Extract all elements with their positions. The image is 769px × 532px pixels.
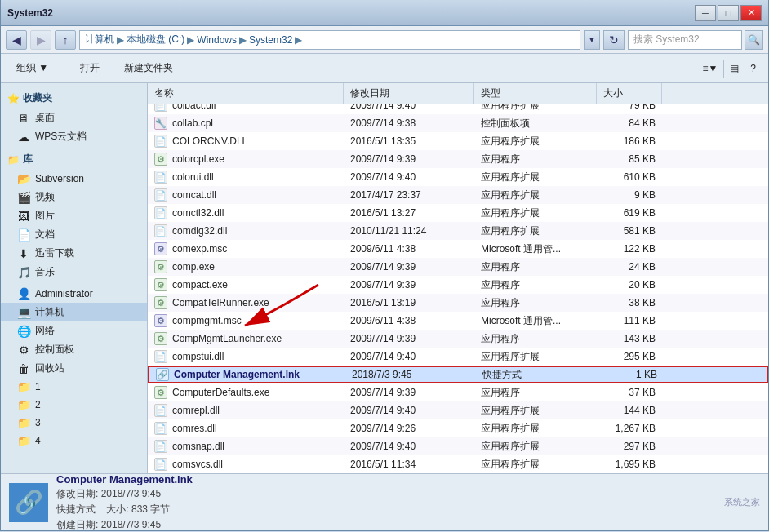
- sidebar-item-computer[interactable]: 💻 计算机: [1, 303, 147, 321]
- address-dropdown-button[interactable]: ▼: [584, 30, 600, 50]
- file-name-cell: ⚙ CompatTelRunner.exe: [148, 294, 344, 312]
- sidebar-item-subversion[interactable]: 📂 Subversion: [1, 170, 147, 188]
- search-box[interactable]: 搜索 System32: [628, 30, 742, 50]
- back-button[interactable]: ◀: [6, 30, 27, 50]
- sidebar-item-document[interactable]: 📄 文档: [1, 225, 147, 244]
- table-row[interactable]: ⚙ colorcpl.exe 2009/7/14 9:39 应用程序 85 KB: [148, 150, 768, 168]
- maximize-button[interactable]: □: [718, 5, 739, 21]
- file-type-cell: 应用程序扩展: [474, 204, 597, 222]
- col-header-date[interactable]: 修改日期: [344, 83, 474, 104]
- sidebar-item-video[interactable]: 🎬 视频: [1, 188, 147, 206]
- file-size-cell: 79 KB: [597, 104, 662, 114]
- file-date-cell: 2009/7/14 9:39: [344, 276, 474, 294]
- sidebar-item-admin[interactable]: 👤 Administrator: [1, 285, 147, 303]
- address-windows[interactable]: Windows: [197, 34, 237, 46]
- table-row[interactable]: 📄 COLORCNV.DLL 2016/5/1 13:35 应用程序扩展 186…: [148, 132, 768, 150]
- table-row[interactable]: 📄 comctl32.dll 2016/5/1 13:27 应用程序扩展 619…: [148, 204, 768, 222]
- address-drive[interactable]: 本地磁盘 (C:): [127, 33, 184, 47]
- address-computer[interactable]: 计算机: [85, 33, 114, 47]
- sidebar-item-wps[interactable]: ☁ WPS云文档: [1, 127, 147, 146]
- sidebar-item-folder4[interactable]: 📁 4: [1, 432, 147, 450]
- table-row[interactable]: ⚙ CompMgmtLauncher.exe 2009/7/14 9:39 应用…: [148, 330, 768, 348]
- table-row[interactable]: ⚙ compmgmt.msc 2009/6/11 4:38 Microsoft …: [148, 312, 768, 330]
- address-box[interactable]: 计算机 ▶ 本地磁盘 (C:) ▶ Windows ▶ System32 ▶: [79, 30, 580, 50]
- sidebar-item-folder3[interactable]: 📁 3: [1, 414, 147, 432]
- sidebar-item-network[interactable]: 🌐 网络: [1, 321, 147, 340]
- folder3-icon: 📁: [17, 416, 30, 429]
- table-row[interactable]: 📄 compstui.dll 2009/7/14 9:40 应用程序扩展 295…: [148, 348, 768, 366]
- table-row[interactable]: 🔧 collab.cpl 2009/7/14 9:38 控制面板项 84 KB: [148, 114, 768, 132]
- file-type-icon: 📄: [154, 224, 167, 237]
- file-type-cell: 控制面板项: [474, 114, 597, 132]
- minimize-button[interactable]: ─: [695, 5, 716, 21]
- file-date-cell: 2010/11/21 11:24: [344, 222, 474, 240]
- sidebar-item-folder2[interactable]: 📁 2: [1, 396, 147, 414]
- forward-button[interactable]: ▶: [30, 30, 51, 50]
- table-row[interactable]: 📄 colorui.dll 2009/7/14 9:40 应用程序扩展 610 …: [148, 168, 768, 186]
- favorites-header[interactable]: ⭐ 收藏夹: [1, 88, 147, 109]
- col-header-size[interactable]: 大小: [597, 83, 662, 104]
- file-date-cell: 2016/5/1 13:27: [344, 204, 474, 222]
- file-type-cell: 应用程序扩展: [474, 132, 597, 150]
- file-date-cell: 2009/7/14 9:39: [344, 150, 474, 168]
- file-name-cell: ⚙ compact.exe: [148, 276, 344, 294]
- library-section: 📁 库 📂 Subversion 🎬 视频 🖼 图片 📄 文档: [1, 149, 147, 282]
- sidebar-admin-label: Administrator: [35, 288, 93, 299]
- table-row[interactable]: 📄 comres.dll 2009/7/14 9:26 应用程序扩展 1,267…: [148, 419, 768, 437]
- search-placeholder: 搜索 System32: [633, 33, 700, 47]
- file-name-cell: 🔗 Computer Management.lnk: [149, 367, 345, 382]
- file-type-icon: ⚙: [154, 314, 167, 327]
- col-header-type[interactable]: 类型: [474, 83, 597, 104]
- file-name-cell: ⚙ comexp.msc: [148, 240, 344, 258]
- file-name-cell: 📄 comsvcs.dll: [148, 455, 344, 473]
- network-icon: 🌐: [17, 325, 30, 338]
- preview-button[interactable]: ▤: [726, 57, 743, 80]
- table-row[interactable]: ⚙ ComputerDefaults.exe 2009/7/14 9:39 应用…: [148, 383, 768, 401]
- table-row[interactable]: 📄 comsvcs.dll 2016/5/1 11:34 应用程序扩展 1,69…: [148, 455, 768, 473]
- sidebar-item-music[interactable]: 🎵 音乐: [1, 263, 147, 282]
- file-name: Computer Management.lnk: [174, 369, 300, 380]
- close-button[interactable]: ✕: [740, 5, 762, 21]
- table-row[interactable]: 📄 comrepl.dll 2009/7/14 9:40 应用程序扩展 144 …: [148, 401, 768, 419]
- up-button[interactable]: ↑: [55, 30, 76, 50]
- status-file-icon: 🔗: [9, 483, 48, 522]
- table-row[interactable]: ⚙ compact.exe 2009/7/14 9:39 应用程序 20 KB: [148, 276, 768, 294]
- table-row[interactable]: ⚙ comp.exe 2009/7/14 9:39 应用程序 24 KB: [148, 258, 768, 276]
- table-row[interactable]: ⚙ CompatTelRunner.exe 2016/5/1 13:19 应用程…: [148, 294, 768, 312]
- status-filename: Computer Management.lnk: [56, 473, 716, 485]
- sidebar-recycle-label: 回收站: [35, 361, 64, 375]
- file-size-cell: 9 KB: [597, 186, 662, 204]
- refresh-button[interactable]: ↻: [603, 30, 625, 50]
- view-toggle-button[interactable]: ≡▼: [698, 57, 722, 80]
- new-folder-button[interactable]: 新建文件夹: [115, 57, 182, 80]
- table-row[interactable]: 🔗 Computer Management.lnk 2018/7/3 9:45 …: [148, 366, 768, 383]
- help-button[interactable]: ?: [745, 57, 762, 80]
- table-row[interactable]: 📄 colbact.dll 2009/7/14 9:40 应用程序扩展 79 K…: [148, 104, 768, 114]
- file-name: comexp.msc: [172, 243, 227, 255]
- col-header-name[interactable]: 名称: [148, 83, 344, 104]
- sidebar-item-recycle[interactable]: 🗑 回收站: [1, 359, 147, 378]
- sidebar-item-folder1[interactable]: 📁 1: [1, 378, 147, 396]
- organize-button[interactable]: 组织 ▼: [7, 57, 57, 80]
- file-name: compmgmt.msc: [172, 315, 242, 326]
- sidebar-item-thunder[interactable]: ⬇ 迅雷下载: [1, 244, 147, 263]
- file-type-icon: 🔗: [156, 368, 169, 381]
- library-header[interactable]: 📁 库: [1, 149, 147, 170]
- file-type-icon: 📄: [154, 171, 167, 184]
- open-button[interactable]: 打开: [71, 57, 109, 80]
- table-row[interactable]: 📄 comcat.dll 2017/4/17 23:37 应用程序扩展 9 KB: [148, 186, 768, 204]
- file-type-icon: 📄: [154, 104, 167, 112]
- sidebar: ⭐ 收藏夹 🖥 桌面 ☁ WPS云文档 📁 库: [1, 83, 148, 473]
- sidebar-item-desktop[interactable]: 🖥 桌面: [1, 109, 147, 127]
- search-button[interactable]: 🔍: [745, 30, 763, 50]
- address-system32[interactable]: System32: [249, 34, 292, 46]
- sidebar-folder4-label: 4: [35, 435, 41, 446]
- sidebar-item-picture[interactable]: 🖼 图片: [1, 206, 147, 225]
- file-size-cell: 111 KB: [597, 312, 662, 330]
- file-date-cell: 2009/6/11 4:38: [344, 240, 474, 258]
- table-row[interactable]: 📄 comdlg32.dll 2010/11/21 11:24 应用程序扩展 5…: [148, 222, 768, 240]
- table-row[interactable]: ⚙ comexp.msc 2009/6/11 4:38 Microsoft 通用…: [148, 240, 768, 258]
- table-row[interactable]: 📄 comsnap.dll 2009/7/14 9:40 应用程序扩展 297 …: [148, 437, 768, 455]
- sidebar-item-control-panel[interactable]: ⚙ 控制面板: [1, 340, 147, 359]
- watermark-text: 系统之家: [724, 496, 760, 508]
